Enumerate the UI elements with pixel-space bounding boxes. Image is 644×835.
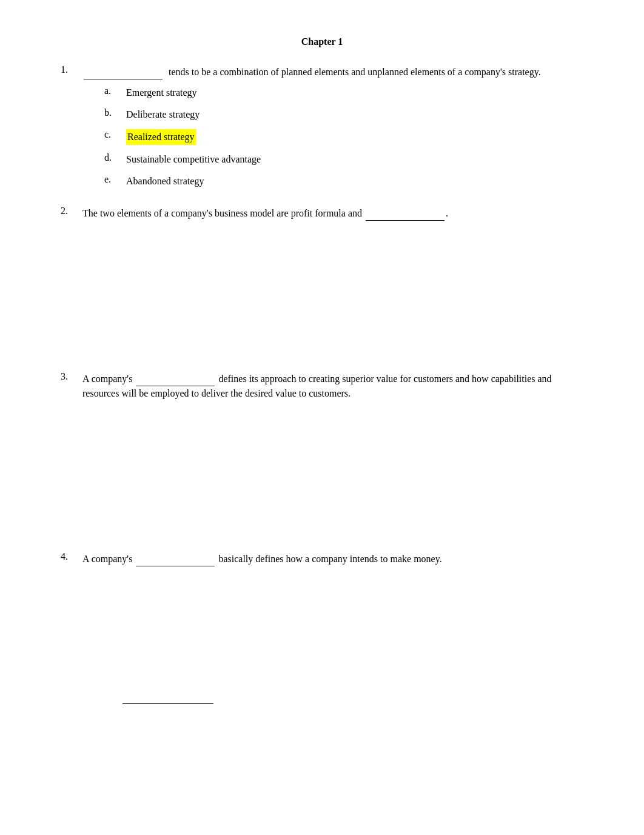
question-2-row: 2. The two elements of a company's busin… — [61, 206, 583, 221]
option-1b-text: Deliberate strategy — [126, 107, 200, 122]
option-1d-text: Sustainable competitive advantage — [126, 152, 261, 167]
option-1d: d. Sustainable competitive advantage — [104, 152, 583, 167]
spacer-2-3 — [61, 238, 583, 371]
option-1b: b. Deliberate strategy — [104, 107, 583, 122]
question-3-blank — [136, 371, 215, 386]
question-2: 2. The two elements of a company's busin… — [61, 206, 583, 221]
option-1e-text: Abandoned strategy — [126, 174, 204, 189]
question-3: 3. A company's defines its approach to c… — [61, 371, 583, 401]
option-1e-letter: e. — [104, 174, 126, 185]
question-3-text: A company's defines its approach to crea… — [82, 371, 583, 401]
chapter-title: Chapter 1 — [61, 36, 583, 47]
option-1a-letter: a. — [104, 86, 126, 96]
footer-blank-area — [121, 692, 583, 704]
option-1d-letter: d. — [104, 152, 126, 163]
question-2-text: The two elements of a company's business… — [82, 206, 583, 221]
question-1: 1. tends to be a combination of planned … — [61, 64, 583, 189]
question-1-options: a. Emergent strategy b. Deliberate strat… — [104, 86, 583, 189]
question-1-blank — [84, 64, 163, 79]
question-1-number: 1. — [61, 64, 82, 75]
spacer-4-footer — [61, 583, 583, 692]
option-1a: a. Emergent strategy — [104, 86, 583, 100]
question-4-row: 4. A company's basically defines how a c… — [61, 551, 583, 566]
option-1b-letter: b. — [104, 107, 126, 118]
question-1-text: tends to be a combination of planned ele… — [82, 64, 583, 79]
footer-blank — [122, 692, 213, 704]
question-3-number: 3. — [61, 371, 82, 382]
question-1-row: 1. tends to be a combination of planned … — [61, 64, 583, 79]
spacer-3-4 — [61, 418, 583, 551]
question-4-text: A company's basically defines how a comp… — [82, 551, 583, 566]
question-4-blank — [136, 551, 215, 566]
question-2-blank — [366, 206, 444, 221]
option-1e: e. Abandoned strategy — [104, 174, 583, 189]
option-1c: c. Realized strategy — [104, 129, 583, 145]
question-4-number: 4. — [61, 551, 82, 562]
option-1c-letter: c. — [104, 129, 126, 140]
question-2-number: 2. — [61, 206, 82, 216]
page: Chapter 1 1. tends to be a combination o… — [0, 0, 644, 835]
question-4: 4. A company's basically defines how a c… — [61, 551, 583, 566]
option-1c-text: Realized strategy — [126, 129, 196, 145]
question-3-row: 3. A company's defines its approach to c… — [61, 371, 583, 401]
option-1a-text: Emergent strategy — [126, 86, 197, 100]
